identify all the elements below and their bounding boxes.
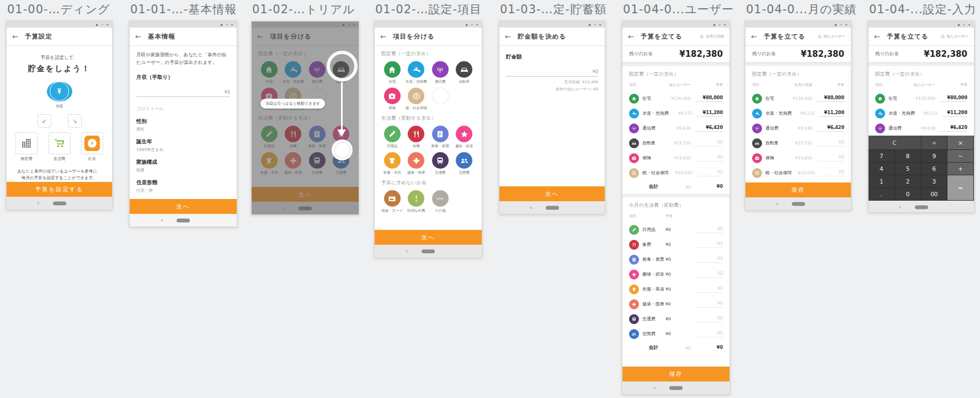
budget-input[interactable]: ¥0 xyxy=(817,140,844,147)
back-arrow-icon[interactable]: ← xyxy=(135,33,141,40)
budget-input[interactable]: ¥0 xyxy=(695,301,723,308)
category-item[interactable]: 住宅 xyxy=(380,61,404,84)
flow-item-label: 貯金 xyxy=(88,156,96,162)
budget-input[interactable]: ¥0 xyxy=(695,331,723,337)
next-button[interactable]: 次へ xyxy=(375,230,482,245)
calc-key-9[interactable]: 9 xyxy=(922,150,948,163)
category-item[interactable]: 自動車 xyxy=(452,61,477,84)
category-item[interactable]: 特別な出費 xyxy=(404,190,429,213)
budget-input[interactable]: ¥6,420 xyxy=(940,125,967,132)
budget-input[interactable]: ¥11,200 xyxy=(697,110,723,117)
budget-input[interactable]: ¥0 xyxy=(695,241,723,248)
category-item[interactable]: その他 xyxy=(428,190,452,213)
calc-key-00[interactable]: 00 xyxy=(922,188,948,201)
back-arrow-icon[interactable]: ← xyxy=(628,33,634,40)
back-arrow-icon[interactable]: ← xyxy=(505,33,511,40)
category-item[interactable]: 保険 xyxy=(380,88,404,110)
budget-input[interactable]: ¥0 xyxy=(697,170,723,176)
calc-key-plus[interactable]: + xyxy=(947,163,974,175)
category-item[interactable]: 税・社会保障 xyxy=(404,88,429,110)
back-arrow-icon[interactable]: ← xyxy=(12,33,18,40)
income-input[interactable]: ¥0 xyxy=(136,81,230,97)
calc-key-divide[interactable]: ÷ xyxy=(922,136,948,150)
nav-back-icon[interactable]: ‹ xyxy=(530,203,532,211)
category-item[interactable]: 食費 xyxy=(404,126,429,148)
calc-key-multiply[interactable]: × xyxy=(947,136,974,150)
profile-field-value: 男性 xyxy=(136,127,230,132)
calc-key-0[interactable]: 0 xyxy=(895,188,922,201)
nav-back-icon[interactable]: ‹ xyxy=(899,203,901,210)
nav-back-icon[interactable]: ‹ xyxy=(161,216,163,223)
profile-field[interactable]: 誕生年 1995年生まれ xyxy=(130,132,237,153)
category-item[interactable]: 現金・カード xyxy=(380,190,404,213)
nav-home-pill[interactable] xyxy=(422,249,435,253)
calc-key-5[interactable]: 5 xyxy=(895,163,922,175)
nav-back-icon[interactable]: ‹ xyxy=(653,384,656,391)
profile-field[interactable]: 性別 男性 xyxy=(130,112,237,132)
calc-key-4[interactable]: 4 xyxy=(869,163,895,175)
nav-home-pill[interactable] xyxy=(546,206,559,209)
category-item[interactable]: 交際費 xyxy=(452,152,477,175)
budget-input[interactable]: ¥0 xyxy=(695,155,723,162)
profile-field[interactable]: 家族構成 独身 xyxy=(130,153,237,173)
toggle-reference-link[interactable]: 似たユーザー xyxy=(940,34,968,39)
category-item[interactable]: 趣味・娯楽 xyxy=(452,126,477,148)
nav-back-icon[interactable]: ‹ xyxy=(406,247,408,254)
hint-similar-users: 条件の似たユーザー: ¥0 xyxy=(506,86,598,93)
budget-input[interactable]: ¥0 xyxy=(695,316,723,322)
budget-input[interactable]: ¥80,000 xyxy=(817,95,844,102)
toggle-reference-link[interactable]: 似たユーザー xyxy=(817,34,845,39)
back-arrow-icon[interactable]: ← xyxy=(874,33,880,40)
calc-key-3[interactable]: 3 xyxy=(922,175,948,188)
calc-key-6[interactable]: 6 xyxy=(922,163,948,175)
nav-back-icon[interactable]: ‹ xyxy=(776,200,778,207)
category-item[interactable]: 日用品 xyxy=(380,126,404,148)
calc-key-7[interactable]: 7 xyxy=(869,150,895,163)
nav-home-pill[interactable] xyxy=(669,386,683,390)
calc-key-equals[interactable]: = xyxy=(947,175,974,201)
calc-key-8[interactable]: 8 xyxy=(895,150,922,163)
profile-field[interactable]: 住居形態 社宅・寮 xyxy=(130,173,237,193)
nav-home-pill[interactable] xyxy=(177,218,190,222)
calc-key-dot[interactable]: . xyxy=(869,188,895,201)
budget-input[interactable]: ¥6,420 xyxy=(817,125,844,132)
budget-input[interactable]: ¥80,000 xyxy=(940,95,967,102)
category-item[interactable]: 通信費 xyxy=(428,61,452,84)
budget-input[interactable]: ¥11,200 xyxy=(819,110,844,117)
budget-input[interactable]: ¥0 xyxy=(695,271,723,278)
calc-key-clear[interactable]: C xyxy=(869,136,922,150)
budget-input[interactable]: ¥6,420 xyxy=(695,125,723,132)
calc-key-2[interactable]: 2 xyxy=(895,175,922,188)
category-item[interactable]: 水道・光熱費 xyxy=(404,61,429,84)
budget-input[interactable]: ¥0 xyxy=(695,227,723,233)
category-item[interactable] xyxy=(428,88,452,110)
category-item[interactable]: 交通費 xyxy=(428,152,452,175)
save-button[interactable]: 保存 xyxy=(745,182,851,197)
budget-input[interactable]: ¥11,200 xyxy=(942,110,967,117)
nav-home-pill[interactable] xyxy=(915,205,928,209)
nav-back-icon[interactable]: ‹ xyxy=(37,199,39,206)
budget-input[interactable]: ¥0 xyxy=(695,140,723,147)
category-item[interactable]: 健康・医療 xyxy=(404,152,429,175)
category-item[interactable]: 衣服・美容 xyxy=(380,152,404,175)
category-item[interactable]: 教養・教育 xyxy=(428,126,452,148)
calc-key-minus[interactable]: − xyxy=(947,150,974,163)
next-button[interactable]: 次へ xyxy=(130,199,237,214)
back-arrow-icon[interactable]: ← xyxy=(380,33,386,40)
budget-input[interactable]: ¥0 xyxy=(695,256,723,263)
save-button[interactable]: 保存 xyxy=(622,367,729,381)
budget-input[interactable]: ¥80,000 xyxy=(695,95,723,102)
calc-key-1[interactable]: 1 xyxy=(869,175,895,188)
set-budget-button[interactable]: 予算を設定する xyxy=(7,182,112,197)
budget-input[interactable]: ¥0 xyxy=(695,286,723,293)
toggle-reference-link[interactable]: 先月の実績 xyxy=(699,34,724,39)
budget-input[interactable]: ¥0 xyxy=(819,170,844,176)
budget-input[interactable]: ¥0 xyxy=(817,155,844,162)
next-button[interactable]: 次へ xyxy=(499,186,605,201)
savings-input[interactable]: ¥0 xyxy=(506,61,598,77)
budget-row-label: 教養・教育 xyxy=(642,256,665,262)
back-arrow-icon[interactable]: ← xyxy=(751,33,757,40)
total-label: 合計 xyxy=(629,184,665,190)
nav-home-pill[interactable] xyxy=(53,201,66,205)
nav-home-pill[interactable] xyxy=(792,202,805,206)
